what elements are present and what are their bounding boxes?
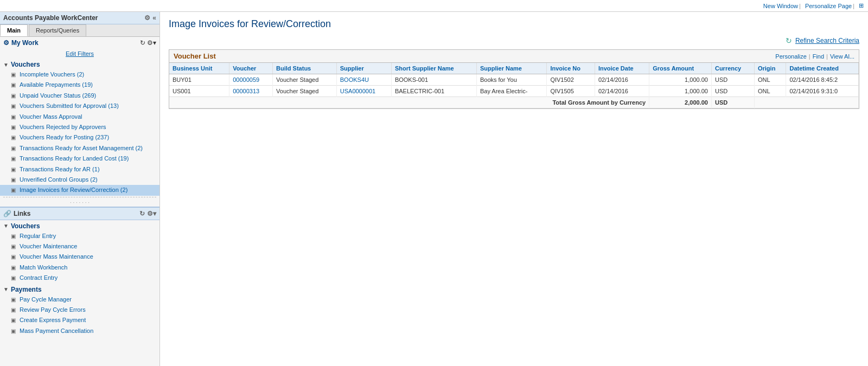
voucher-list-actions: Personalize | Find | View Al... bbox=[775, 53, 854, 60]
links-payments-group-label: ▼ Payments bbox=[0, 284, 159, 294]
links-vouchers-arrow[interactable]: ▼ bbox=[3, 223, 9, 229]
col-gross-amount: Gross Amount bbox=[649, 63, 712, 74]
action-separator-1: | bbox=[809, 53, 810, 60]
links-header: 🔗 Links ↻ ⚙▾ bbox=[0, 208, 159, 220]
nav-icon-5: ▣ bbox=[11, 124, 17, 131]
table-header: Business Unit Voucher Build Status Suppl… bbox=[169, 63, 859, 74]
nav-item-image-invoices[interactable]: ▣ Image Invoices for Review/Correction (… bbox=[0, 185, 159, 195]
separator-1: | bbox=[799, 3, 801, 9]
row1-supplier[interactable]: BOOKS4U bbox=[336, 74, 391, 86]
row2-gross-amount: 1,000.00 bbox=[649, 86, 712, 97]
row1-invoice-date: 02/14/2016 bbox=[595, 74, 649, 86]
nav-icon-10: ▣ bbox=[11, 176, 17, 184]
table-row: BUY01 00000059 Voucher Staged BOOKS4U BO… bbox=[169, 74, 859, 86]
vouchers-arrow[interactable]: ▼ bbox=[3, 62, 9, 68]
links-pay-cycle-manager[interactable]: ▣ Pay Cycle Manager bbox=[0, 294, 159, 305]
sidebar-tabs: Main Reports/Queries bbox=[0, 24, 159, 37]
nav-icon-11: ▣ bbox=[11, 187, 17, 194]
col-invoice-no: Invoice No bbox=[547, 63, 595, 74]
sidebar-title: Accounts Payable WorkCenter bbox=[3, 14, 98, 22]
links-voucher-mass-maintenance[interactable]: ▣ Voucher Mass Maintenance bbox=[0, 252, 159, 262]
voucher-table: Business Unit Voucher Build Status Suppl… bbox=[169, 63, 859, 108]
links-nav-icon-2: ▣ bbox=[11, 253, 17, 261]
sidebar: Accounts Payable WorkCenter ⚙ « Main Rep… bbox=[0, 12, 160, 366]
links-settings-icon[interactable]: ⚙▾ bbox=[147, 210, 156, 217]
row2-invoice-no: QIV1505 bbox=[547, 86, 595, 97]
links-section: 🔗 Links ↻ ⚙▾ ▼ Vouchers ▣ Regular Entry … bbox=[0, 207, 159, 337]
links-voucher-maintenance[interactable]: ▣ Voucher Maintenance bbox=[0, 241, 159, 252]
nav-icon-9: ▣ bbox=[11, 166, 17, 174]
links-create-express-payment[interactable]: ▣ Create Express Payment bbox=[0, 315, 159, 325]
nav-icon-3: ▣ bbox=[11, 102, 17, 110]
row2-short-supplier-name: BAELECTRIC-001 bbox=[391, 86, 476, 97]
table-body: BUY01 00000059 Voucher Staged BOOKS4U BO… bbox=[169, 74, 859, 108]
links-review-pay-cycle-errors[interactable]: ▣ Review Pay Cycle Errors bbox=[0, 305, 159, 315]
row1-invoice-no: QIV1502 bbox=[547, 74, 595, 86]
row2-voucher[interactable]: 00000313 bbox=[229, 86, 273, 97]
row1-origin: ONL bbox=[754, 74, 786, 86]
nav-item-voucher-mass-approval[interactable]: ▣ Voucher Mass Approval bbox=[0, 112, 159, 122]
nav-icon-6: ▣ bbox=[11, 134, 17, 142]
col-datetime-created: Datetime Created bbox=[786, 63, 859, 74]
nav-icon-0: ▣ bbox=[11, 71, 17, 79]
new-window-link[interactable]: New Window bbox=[763, 3, 798, 9]
row2-origin: ONL bbox=[754, 86, 786, 97]
nav-item-vouchers-rejected[interactable]: ▣ Vouchers Rejected by Approvers bbox=[0, 122, 159, 132]
settings-icon[interactable]: ⚙▾ bbox=[147, 39, 156, 47]
links-match-workbench[interactable]: ▣ Match Workbench bbox=[0, 262, 159, 273]
links-pay-nav-icon-3: ▣ bbox=[11, 328, 17, 335]
col-business-unit: Business Unit bbox=[169, 63, 229, 74]
personalize-page-link[interactable]: Personalize Page bbox=[805, 3, 852, 9]
links-pay-nav-icon-0: ▣ bbox=[11, 296, 17, 304]
refine-refresh-icon[interactable]: ↻ bbox=[786, 36, 792, 45]
refine-row: ↻ Refine Search Criteria bbox=[169, 36, 859, 45]
find-link[interactable]: Find bbox=[813, 53, 824, 60]
links-payments-arrow[interactable]: ▼ bbox=[3, 286, 9, 292]
icon3-link[interactable]: ⊞ bbox=[859, 2, 864, 9]
nav-item-unpaid-voucher-status[interactable]: ▣ Unpaid Voucher Status (269) bbox=[0, 91, 159, 101]
row1-currency: USD bbox=[711, 74, 754, 86]
nav-icon-2: ▣ bbox=[11, 92, 17, 100]
tab-reports-queries[interactable]: Reports/Queries bbox=[29, 24, 86, 36]
nav-item-transactions-landed[interactable]: ▣ Transactions Ready for Landed Cost (19… bbox=[0, 153, 159, 164]
gear-small-icon: ⚙ bbox=[3, 39, 9, 47]
row2-business-unit: US001 bbox=[169, 86, 229, 97]
edit-filters-link[interactable]: Edit Filters bbox=[0, 49, 159, 59]
view-all-link[interactable]: View Al... bbox=[830, 53, 854, 60]
nav-item-incomplete-vouchers[interactable]: ▣ Incomplete Vouchers (2) bbox=[0, 69, 159, 80]
col-invoice-date: Invoice Date bbox=[595, 63, 649, 74]
row1-short-supplier-name: BOOKS-001 bbox=[391, 74, 476, 86]
row2-currency: USD bbox=[711, 86, 754, 97]
page-title: Image Invoices for Review/Correction bbox=[169, 18, 859, 30]
refresh-icon[interactable]: ↻ bbox=[140, 39, 145, 47]
tab-main[interactable]: Main bbox=[0, 24, 28, 36]
collapse-icon[interactable]: « bbox=[152, 14, 156, 22]
nav-item-vouchers-ready-posting[interactable]: ▣ Vouchers Ready for Posting (237) bbox=[0, 132, 159, 143]
col-currency: Currency bbox=[711, 63, 754, 74]
links-mass-payment-cancellation[interactable]: ▣ Mass Payment Cancellation bbox=[0, 326, 159, 336]
nav-item-available-prepayments[interactable]: ▣ Available Prepayments (19) bbox=[0, 80, 159, 90]
links-contract-entry[interactable]: ▣ Contract Entry bbox=[0, 273, 159, 283]
links-refresh-icon[interactable]: ↻ bbox=[139, 210, 145, 217]
row1-voucher[interactable]: 00000059 bbox=[229, 74, 273, 86]
nav-icon-1: ▣ bbox=[11, 81, 17, 89]
total-empty bbox=[754, 97, 858, 108]
nav-item-vouchers-submitted-approval[interactable]: ▣ Vouchers Submitted for Approval (13) bbox=[0, 101, 159, 111]
col-supplier: Supplier bbox=[336, 63, 391, 74]
nav-item-unverified-control-groups[interactable]: ▣ Unverified Control Groups (2) bbox=[0, 175, 159, 185]
links-vouchers-group-label: ▼ Vouchers bbox=[0, 220, 159, 231]
voucher-list-container: Voucher List Personalize | Find | View A… bbox=[169, 49, 859, 109]
refine-search-link[interactable]: Refine Search Criteria bbox=[795, 37, 859, 44]
links-regular-entry[interactable]: ▣ Regular Entry bbox=[0, 231, 159, 241]
separator-2: | bbox=[853, 3, 854, 9]
links-pay-nav-icon-1: ▣ bbox=[11, 306, 17, 314]
nav-item-transactions-asset[interactable]: ▣ Transactions Ready for Asset Managemen… bbox=[0, 143, 159, 153]
personalize-link[interactable]: Personalize bbox=[775, 53, 806, 60]
col-voucher: Voucher bbox=[229, 63, 273, 74]
gear-icon[interactable]: ⚙ bbox=[144, 14, 150, 22]
row2-supplier[interactable]: USA0000001 bbox=[336, 86, 391, 97]
nav-item-transactions-ar[interactable]: ▣ Transactions Ready for AR (1) bbox=[0, 164, 159, 175]
sidebar-title-area: Accounts Payable WorkCenter bbox=[3, 14, 98, 22]
my-work-title: ⚙ My Work bbox=[3, 39, 39, 47]
total-currency: USD bbox=[711, 97, 754, 108]
